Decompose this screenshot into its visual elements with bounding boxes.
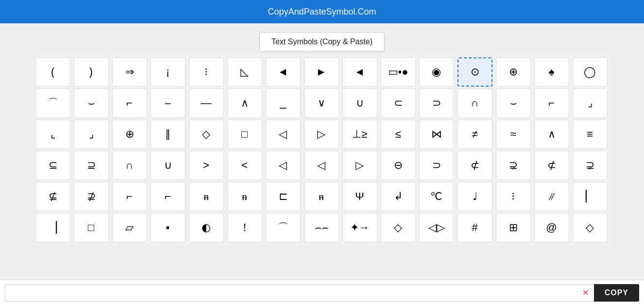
symbol-cell[interactable]: ∩ (458, 89, 492, 118)
symbol-cell[interactable]: ℃ (419, 182, 454, 211)
symbol-cell[interactable]: ⊆ (35, 151, 70, 180)
copy-button[interactable]: COPY (594, 284, 639, 302)
symbol-cell[interactable]: ∥ (151, 120, 186, 149)
symbol-cell[interactable]: ≠ (458, 120, 492, 149)
symbol-cell[interactable]: ◺ (227, 57, 262, 87)
symbol-cell[interactable]: ⊙ (458, 57, 492, 87)
symbol-cell[interactable]: ⌒ (266, 213, 301, 242)
symbol-cell[interactable]: ∪ (151, 151, 186, 180)
symbol-cell[interactable]: ◄ (342, 57, 377, 87)
clear-button[interactable]: ✕ (578, 289, 593, 297)
symbol-cell[interactable]: ⌐ (534, 89, 569, 118)
symbol-cell[interactable]: > (189, 151, 224, 180)
symbol-cell[interactable]: ≡ (573, 120, 608, 149)
symbol-cell[interactable]: ⌐ (151, 182, 186, 211)
symbol-cell[interactable]: ⋈ (419, 120, 454, 149)
symbol-cell[interactable]: ⊕ (112, 120, 147, 149)
symbols-grid: ()⇒¡⁝◺◄►◄▭•●◉⊙⊕♠◯⌒⌣⌐–—∧⎯∨∪⊂⊃∩⌣⌐⌟⌞⌟⊕∥◇□◁▷… (35, 57, 609, 242)
symbol-cell[interactable]: ▪ (151, 213, 186, 242)
page-title-area: Text Symbols (Copy & Paste) (0, 23, 644, 57)
symbol-cell[interactable]: — (189, 89, 224, 118)
symbol-cell[interactable]: ( (35, 57, 70, 87)
symbol-cell[interactable]: ◄ (266, 57, 301, 87)
symbol-cell[interactable]: ⊋ (496, 151, 531, 180)
symbol-cell[interactable]: ⊄ (458, 151, 492, 180)
symbol-cell[interactable]: ⌐ (112, 182, 147, 211)
symbol-cell[interactable]: ► (304, 57, 339, 87)
symbol-cell[interactable]: ∩ (112, 151, 147, 180)
symbol-cell[interactable]: ⊃ (419, 89, 454, 118)
symbol-cell[interactable]: ♠ (534, 57, 569, 87)
symbol-cell[interactable]: ⊕ (496, 57, 531, 87)
symbol-cell[interactable]: ⌞ (35, 120, 70, 149)
symbol-cell[interactable]: ⊉ (74, 182, 109, 211)
symbol-cell[interactable]: ⊋ (573, 151, 608, 180)
symbol-cell[interactable]: ⊄ (534, 151, 569, 180)
symbol-cell[interactable]: ⊞ (496, 213, 531, 242)
symbol-cell[interactable]: ) (74, 57, 109, 87)
symbol-cell[interactable]: ！ (227, 213, 262, 242)
symbol-cell[interactable]: ⊏ (266, 182, 301, 211)
symbol-cell[interactable]: ⌒ (35, 89, 70, 118)
symbol-cell[interactable]: ✦→ (342, 213, 377, 242)
bottom-bar: ✕ COPY (0, 280, 644, 305)
symbol-cell[interactable]: ⌟ (573, 89, 608, 118)
symbol-cell[interactable]: ⊂ (381, 89, 416, 118)
symbol-cell[interactable]: ⫽ (534, 182, 569, 211)
symbol-cell[interactable]: ◯ (573, 57, 608, 87)
symbol-cell[interactable]: # (458, 213, 492, 242)
symbol-cell[interactable]: ⁝ (189, 57, 224, 87)
symbol-cell[interactable]: ᵰ (227, 182, 262, 211)
symbol-cell[interactable]: ▷ (304, 120, 339, 149)
header: CopyAndPasteSymbol.Com (0, 0, 644, 23)
symbol-cell[interactable]: □ (74, 213, 109, 242)
symbol-cell[interactable]: Ψ (342, 182, 377, 211)
symbol-cell[interactable]: ◐ (189, 213, 224, 242)
symbol-cell[interactable]: ⌣ (74, 89, 109, 118)
symbol-cell[interactable]: ᵰ (189, 182, 224, 211)
symbol-cell[interactable]: – (151, 89, 186, 118)
symbol-cell[interactable]: ⇒ (112, 57, 147, 87)
symbol-cell[interactable]: ⌐ (112, 89, 147, 118)
header-title: CopyAndPasteSymbol.Com (268, 7, 376, 17)
symbol-cell[interactable]: < (227, 151, 262, 180)
copy-input[interactable] (5, 285, 593, 301)
symbol-cell[interactable]: ⊈ (35, 182, 70, 211)
symbol-cell[interactable]: ◉ (419, 57, 454, 87)
symbol-cell[interactable]: ∨ (304, 89, 339, 118)
symbol-cell[interactable]: ᵰ (304, 182, 339, 211)
symbols-container: ()⇒¡⁝◺◄►◄▭•●◉⊙⊕♠◯⌒⌣⌐–—∧⎯∨∪⊂⊃∩⌣⌐⌟⌞⌟⊕∥◇□◁▷… (0, 57, 644, 242)
symbol-cell[interactable]: ◇ (189, 120, 224, 149)
symbol-cell[interactable]: ◇ (381, 213, 416, 242)
symbol-cell[interactable]: ⊖ (381, 151, 416, 180)
symbol-cell[interactable]: ≈ (496, 120, 531, 149)
symbol-cell[interactable]: ⎯ (266, 89, 301, 118)
symbol-cell[interactable]: ∪ (342, 89, 377, 118)
symbol-cell[interactable]: ◁ (266, 151, 301, 180)
symbol-cell[interactable]: □ (227, 120, 262, 149)
symbol-cell[interactable]: ⊃ (419, 151, 454, 180)
symbol-cell[interactable]: ⁝ (496, 182, 531, 211)
symbol-cell[interactable]: ◁ (304, 151, 339, 180)
symbol-cell[interactable]: ▭•● (381, 57, 416, 87)
symbol-cell[interactable]: ⊥≥ (342, 120, 377, 149)
symbol-cell[interactable]: ↲ (381, 182, 416, 211)
symbol-cell[interactable]: ∧ (227, 89, 262, 118)
page-title-box: Text Symbols (Copy & Paste) (259, 32, 385, 52)
symbol-cell[interactable]: ▷ (342, 151, 377, 180)
symbol-cell[interactable]: ▱ (112, 213, 147, 242)
symbol-cell[interactable]: ▏ (573, 182, 608, 211)
symbol-cell[interactable]: ≤ (381, 120, 416, 149)
symbol-cell[interactable]: ◁ (266, 120, 301, 149)
symbol-cell[interactable]: ⌣ (496, 89, 531, 118)
symbol-cell[interactable]: ◁▷ (419, 213, 454, 242)
symbol-cell[interactable]: ◇ (573, 213, 608, 242)
symbol-cell[interactable]: ⊇ (74, 151, 109, 180)
symbol-cell[interactable]: ▕ (35, 213, 70, 242)
symbol-cell[interactable]: ⌢⌢ (304, 213, 339, 242)
symbol-cell[interactable]: ⌟ (74, 120, 109, 149)
symbol-cell[interactable]: @ (534, 213, 569, 242)
symbol-cell[interactable]: ∧ (534, 120, 569, 149)
symbol-cell[interactable]: ¡ (151, 57, 186, 87)
symbol-cell[interactable]: ♩ (458, 182, 492, 211)
